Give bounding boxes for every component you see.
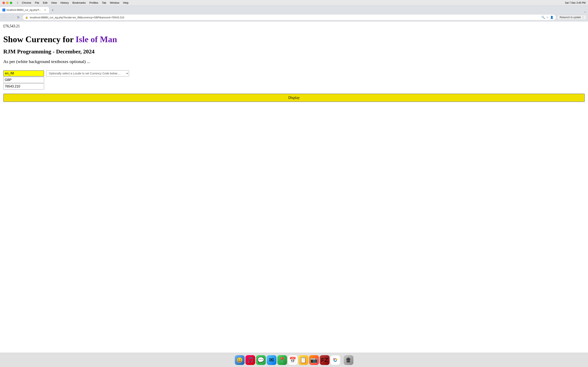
close-button[interactable] bbox=[2, 2, 5, 4]
dock-maps[interactable]: 📍 bbox=[277, 355, 287, 365]
form-row: Optionally select a Locale to set Curren… bbox=[3, 70, 585, 90]
dock-music[interactable]: 🎵 bbox=[245, 355, 255, 365]
forward-button[interactable]: → bbox=[9, 15, 14, 20]
reload-button[interactable]: ↻ bbox=[16, 15, 21, 20]
menu-tab[interactable]: Tab bbox=[102, 1, 106, 4]
dock-photos[interactable]: 📷 bbox=[309, 355, 319, 365]
dock-mail[interactable]: ✉ bbox=[267, 355, 277, 365]
relaunch-label: Relaunch to update bbox=[560, 16, 581, 19]
menu-help[interactable]: Help bbox=[123, 1, 129, 4]
dock-messages[interactable]: 💬 bbox=[256, 355, 266, 365]
heading-highlight: Isle of Man bbox=[76, 35, 117, 44]
dock-chrome[interactable] bbox=[330, 355, 340, 365]
locale-select[interactable]: Optionally select a Locale to set Curren… bbox=[46, 70, 129, 76]
menu-bookmarks[interactable]: Bookmarks bbox=[72, 1, 86, 4]
url-text: localhost:8888/i_cur_eg.php?locale=en_IM… bbox=[30, 16, 540, 19]
tabs-bar: K localhost:8888/i_cur_eg.php?locale=en_… bbox=[0, 6, 588, 13]
system-time: Sat 7 Dec 3:45 PM bbox=[565, 1, 586, 4]
titlebar-menu:  Chrome File Edit View History Bookmark… bbox=[17, 1, 129, 4]
titlebar-right: Sat 7 Dec 3:45 PM bbox=[565, 1, 586, 4]
menu-view[interactable]: View bbox=[51, 1, 57, 4]
menu-file[interactable]: File bbox=[35, 1, 39, 4]
tab-close-button[interactable]: ✕ bbox=[43, 8, 47, 12]
page-subheading: RJM Programming - December, 2024 bbox=[3, 48, 585, 55]
dock-finder[interactable]: 😀 bbox=[235, 355, 245, 365]
tabs-right: ⌄ bbox=[584, 10, 588, 13]
dock: 😀 🎵 💬 ✉ 📍 📅 📋 📷 FZ 🗑 bbox=[0, 353, 588, 367]
svg-point-1 bbox=[334, 359, 336, 361]
minimize-button[interactable] bbox=[6, 2, 9, 4]
relaunch-chevron-icon: ⋮ bbox=[582, 16, 584, 19]
currency-result: £76,543.21 bbox=[3, 24, 585, 28]
form-section: Optionally select a Locale to set Curren… bbox=[3, 70, 585, 102]
lock-icon: 🔓 bbox=[25, 16, 28, 19]
tabs-menu-button[interactable]: ⌄ bbox=[584, 10, 586, 13]
traffic-lights bbox=[2, 2, 12, 4]
menu-window[interactable]: Window bbox=[110, 1, 119, 4]
address-bar-row: ← → ↻ 🔓 localhost:8888/i_cur_eg.php?loca… bbox=[0, 13, 588, 22]
relaunch-button[interactable]: Relaunch to update ⋮ bbox=[557, 15, 586, 20]
tab-favicon: K bbox=[2, 8, 5, 11]
maximize-button[interactable] bbox=[10, 2, 12, 4]
page-heading: Show Currency for Isle of Man bbox=[3, 34, 585, 44]
address-bar[interactable]: 🔓 localhost:8888/i_cur_eg.php?locale=en_… bbox=[22, 14, 556, 20]
browser-chrome: K localhost:8888/i_cur_eg.php?locale=en_… bbox=[0, 6, 588, 22]
locale-input[interactable] bbox=[3, 70, 44, 76]
bookmark-icon[interactable]: ☆ bbox=[546, 16, 549, 19]
currency-input[interactable] bbox=[3, 77, 44, 83]
menu-apple[interactable]:  bbox=[17, 1, 18, 4]
menu-history[interactable]: History bbox=[61, 1, 69, 4]
dock-filezilla[interactable]: FZ bbox=[320, 355, 329, 365]
dock-notes[interactable]: 📋 bbox=[298, 355, 308, 365]
profile-icon[interactable]: 👤 bbox=[550, 16, 553, 19]
display-button[interactable]: Display bbox=[3, 94, 585, 102]
amount-input[interactable] bbox=[3, 83, 44, 90]
active-tab[interactable]: K localhost:8888/i_cur_eg.php?locale=en_… bbox=[0, 7, 49, 13]
address-bar-icons: 🔍 ☆ 👤 bbox=[541, 16, 553, 19]
menu-edit[interactable]: Edit bbox=[43, 1, 47, 4]
tab-title: localhost:8888/i_cur_eg.php?locale=en_IM… bbox=[7, 8, 42, 11]
back-button[interactable]: ← bbox=[2, 15, 7, 20]
new-tab-button[interactable]: + bbox=[50, 7, 56, 13]
page-content: £76,543.21 Show Currency for Isle of Man… bbox=[0, 22, 588, 353]
menu-profiles[interactable]: Profiles bbox=[89, 1, 98, 4]
page-description: As per (white background textboxes optio… bbox=[3, 59, 585, 64]
locale-input-group bbox=[3, 70, 44, 90]
menu-chrome[interactable]: Chrome bbox=[22, 1, 31, 4]
dock-calendar[interactable]: 📅 bbox=[288, 355, 298, 365]
search-icon[interactable]: 🔍 bbox=[541, 16, 545, 19]
titlebar:  Chrome File Edit View History Bookmark… bbox=[0, 0, 588, 6]
titlebar-left:  Chrome File Edit View History Bookmark… bbox=[2, 1, 129, 4]
dock-trash[interactable]: 🗑 bbox=[344, 355, 354, 365]
heading-part1: Show Currency for bbox=[3, 35, 76, 44]
